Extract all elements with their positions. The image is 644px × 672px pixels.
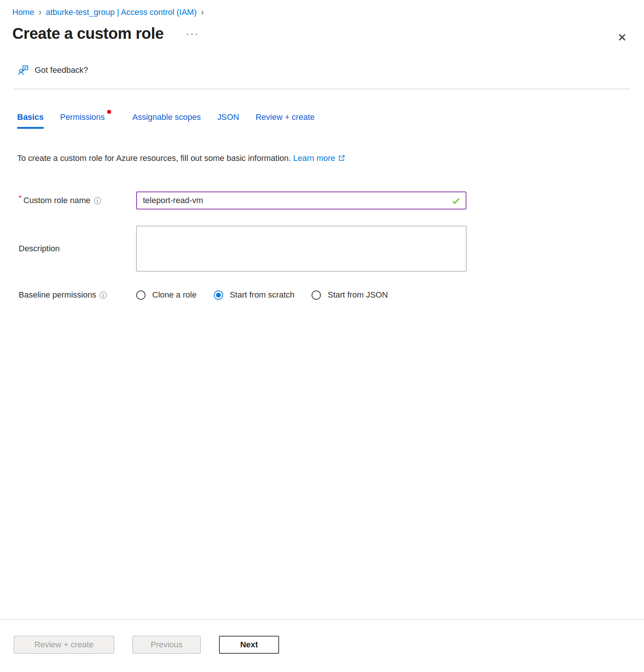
footer-action-bar: Review + create Previous Next (0, 619, 644, 654)
title-row: Create a custom role ··· (12, 25, 632, 43)
custom-role-name-label-group: * Custom role name i (19, 196, 136, 205)
radio-clone-a-role-label: Clone a role (152, 290, 197, 300)
breadcrumb-chevron-icon: › (39, 6, 41, 18)
custom-role-name-label: Custom role name (24, 196, 91, 205)
radio-start-from-scratch-label: Start from scratch (230, 290, 295, 300)
description-label: Description (19, 244, 60, 253)
tab-review-create-label: Review + create (256, 112, 315, 122)
alert-dot-icon (107, 110, 111, 114)
baseline-permissions-row: Baseline permissions i Clone a role Star… (19, 290, 632, 300)
breadcrumb-home-link[interactable]: Home (12, 7, 34, 17)
radio-selected-icon (214, 290, 223, 300)
tab-permissions-label: Permissions (60, 112, 105, 122)
radio-clone-a-role[interactable]: Clone a role (136, 290, 197, 300)
description-row: Description (19, 226, 632, 271)
feedback-icon (18, 64, 29, 76)
tab-assignable-scopes-label: Assignable scopes (132, 112, 201, 122)
basics-form: * Custom role name i Description (19, 192, 632, 300)
tab-bar: Basics Permissions Assignable scopes JSO… (17, 112, 632, 129)
got-feedback-button[interactable]: Got feedback? (18, 64, 88, 76)
intro-sentence: To create a custom role for Azure resour… (17, 153, 291, 163)
learn-more-link[interactable]: Learn more (293, 153, 335, 163)
custom-role-name-row: * Custom role name i (19, 192, 632, 209)
previous-button[interactable]: Previous (132, 636, 201, 654)
breadcrumb-access-control-link[interactable]: atburke-test_group | Access control (IAM… (46, 7, 197, 17)
tab-basics[interactable]: Basics (17, 112, 44, 129)
baseline-permissions-radio-group: Clone a role Start from scratch Start fr… (136, 290, 405, 300)
review-create-button[interactable]: Review + create (14, 636, 114, 654)
got-feedback-label: Got feedback? (35, 65, 88, 75)
tab-basics-label: Basics (17, 112, 44, 122)
intro-text: To create a custom role for Azure resour… (17, 153, 632, 164)
custom-role-name-input[interactable] (136, 192, 466, 209)
radio-start-from-json-label: Start from JSON (328, 290, 388, 300)
breadcrumb-chevron-icon: › (201, 6, 204, 18)
tab-json-label: JSON (217, 112, 239, 122)
create-custom-role-panel: Home › atburke-test_group | Access contr… (0, 0, 644, 672)
breadcrumb: Home › atburke-test_group | Access contr… (12, 7, 632, 17)
tab-review-create[interactable]: Review + create (256, 112, 315, 127)
radio-start-from-scratch[interactable]: Start from scratch (214, 290, 295, 300)
tab-permissions[interactable]: Permissions (60, 112, 105, 127)
radio-unselected-icon (136, 290, 146, 300)
custom-role-name-input-wrap (136, 192, 466, 209)
close-icon: ✕ (618, 31, 627, 44)
tab-json[interactable]: JSON (217, 112, 239, 127)
external-link-icon (338, 154, 345, 164)
info-icon[interactable]: i (100, 292, 107, 299)
tab-assignable-scopes[interactable]: Assignable scopes (132, 112, 201, 127)
baseline-permissions-label: Baseline permissions (19, 290, 96, 300)
info-icon[interactable]: i (94, 197, 101, 204)
description-label-group: Description (19, 244, 136, 253)
valid-check-icon (451, 196, 460, 207)
header-divider (13, 88, 631, 89)
radio-unselected-icon (312, 290, 321, 300)
radio-start-from-json[interactable]: Start from JSON (312, 290, 388, 300)
required-asterisk: * (19, 194, 22, 202)
close-button[interactable]: ✕ (617, 31, 628, 44)
page-title: Create a custom role (12, 25, 164, 43)
context-menu-button[interactable]: ··· (185, 28, 201, 40)
baseline-permissions-label-group: Baseline permissions i (19, 290, 136, 300)
next-button[interactable]: Next (219, 636, 279, 654)
description-textarea[interactable] (136, 226, 466, 271)
context-menu-icon: ··· (186, 28, 200, 38)
